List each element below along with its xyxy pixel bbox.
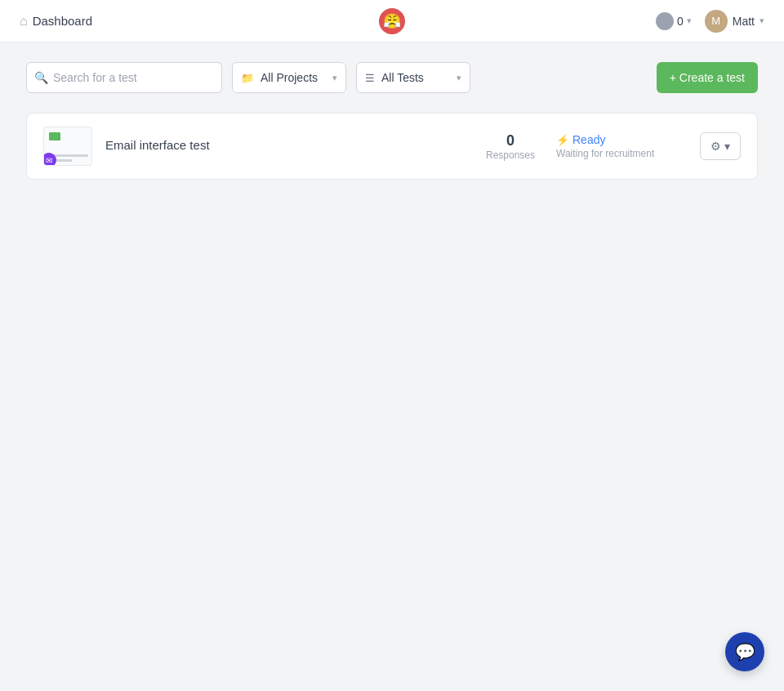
test-thumbnail: ✉: [43, 127, 92, 166]
bolt-icon: ⚡: [556, 134, 569, 146]
status-subtext: Waiting for recruitment: [556, 148, 687, 159]
user-chevron-icon: ▾: [760, 16, 764, 26]
main-content: 🔍 📁 All Projects ▾ ☰ All Tests ▾ + Creat…: [0, 42, 784, 199]
settings-chevron-icon: ▾: [724, 140, 730, 153]
table-row: ✉ Email interface test 0 Responses ⚡ Rea…: [26, 113, 758, 180]
responses-label: Responses: [478, 149, 543, 161]
projects-filter-label: All Projects: [261, 71, 326, 84]
status-ready: ⚡ Ready: [556, 133, 687, 146]
projects-chevron-icon: ▾: [332, 73, 337, 83]
credits-button[interactable]: 0 ▾: [656, 12, 692, 30]
test-responses: 0 Responses: [478, 132, 543, 161]
user-menu[interactable]: M Matt ▾: [705, 10, 764, 33]
app-logo: 😤: [379, 8, 405, 34]
header-left: ⌂ Dashboard: [20, 14, 92, 29]
projects-filter[interactable]: 📁 All Projects ▾: [232, 62, 346, 93]
test-type-badge: ✉: [43, 153, 56, 166]
tests-filter[interactable]: ☰ All Tests ▾: [356, 62, 470, 93]
app-header: ⌂ Dashboard 😤 0 ▾ M Matt ▾: [0, 0, 784, 42]
create-test-button[interactable]: + Create a test: [657, 62, 758, 93]
search-icon: 🔍: [34, 71, 48, 84]
search-wrapper: 🔍: [26, 62, 222, 93]
list-icon: ☰: [365, 72, 375, 84]
chat-icon: 💬: [735, 642, 755, 662]
test-list: ✉ Email interface test 0 Responses ⚡ Rea…: [26, 113, 758, 180]
credits-icon: [656, 12, 674, 30]
dashboard-title: Dashboard: [33, 14, 92, 28]
tests-chevron-icon: ▾: [457, 73, 461, 83]
responses-count: 0: [478, 132, 543, 149]
folder-icon: 📁: [241, 72, 254, 84]
thumbnail-green-block: [49, 132, 60, 140]
tests-filter-label: All Tests: [381, 71, 450, 84]
header-center: 😤: [379, 8, 405, 34]
test-status: ⚡ Ready Waiting for recruitment: [556, 133, 687, 159]
avatar: M: [705, 10, 728, 33]
chat-button[interactable]: 💬: [725, 632, 764, 671]
test-info: Email interface test: [105, 138, 465, 155]
user-name: Matt: [733, 15, 755, 28]
gear-icon: ⚙: [710, 140, 721, 153]
credits-count: 0: [677, 15, 684, 28]
toolbar: 🔍 📁 All Projects ▾ ☰ All Tests ▾ + Creat…: [26, 62, 758, 93]
test-settings-button[interactable]: ⚙ ▾: [700, 132, 741, 160]
credits-chevron-icon: ▾: [687, 16, 692, 26]
home-icon: ⌂: [20, 14, 28, 29]
test-actions: ⚙ ▾: [700, 132, 741, 160]
search-input[interactable]: [26, 62, 222, 93]
test-name: Email interface test: [105, 138, 465, 152]
dashboard-link[interactable]: ⌂ Dashboard: [20, 14, 92, 29]
header-right: 0 ▾ M Matt ▾: [656, 10, 764, 33]
